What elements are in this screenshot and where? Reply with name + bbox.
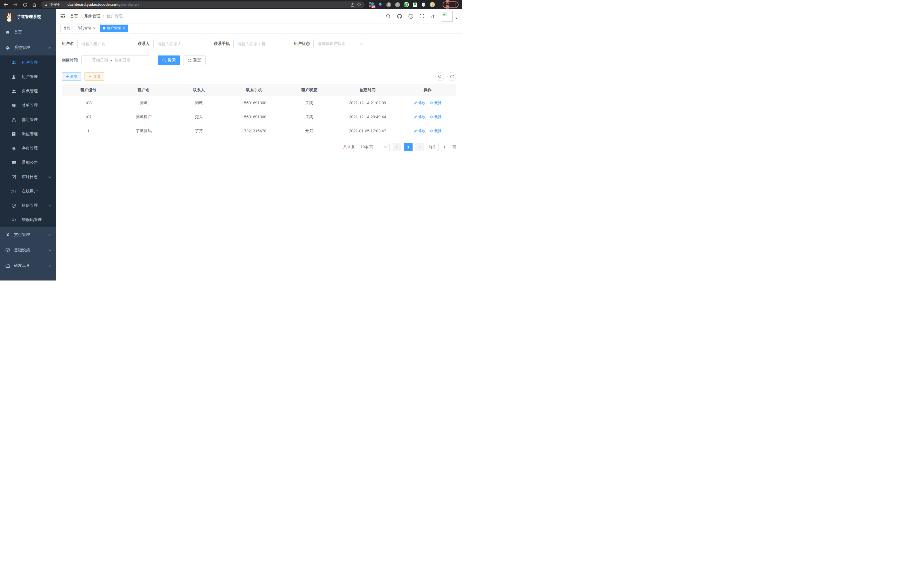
- tenant-name-input[interactable]: [77, 39, 130, 48]
- goto-page-input[interactable]: [438, 143, 450, 151]
- delete-button[interactable]: 删除: [430, 128, 442, 134]
- help-icon[interactable]: ?: [408, 14, 413, 19]
- app-logo-rabbit-icon: [4, 12, 14, 22]
- font-size-icon[interactable]: TT: [430, 14, 435, 18]
- sidebar-collapse-icon[interactable]: [60, 14, 65, 19]
- next-page-button[interactable]: [416, 143, 424, 151]
- extensions-puzzle-icon[interactable]: [421, 2, 426, 7]
- edit-button[interactable]: 修改: [414, 100, 426, 105]
- reset-button[interactable]: 重置: [183, 56, 206, 65]
- sidebar-item[interactable]: 短信管理: [0, 199, 56, 213]
- shield-icon: [11, 204, 16, 208]
- browser-reload-icon[interactable]: [23, 3, 27, 7]
- breadcrumb-home[interactable]: 首页: [70, 14, 78, 19]
- add-button[interactable]: 新增: [62, 72, 81, 81]
- sidebar-item[interactable]: 租户管理: [0, 56, 56, 70]
- sidebar-item[interactable]: 字典管理: [0, 141, 56, 156]
- mobile-input[interactable]: [233, 39, 286, 48]
- sidebar-item[interactable]: 系统管理: [0, 40, 56, 56]
- breadcrumb: 首页 / 系统管理 / 租户管理: [70, 14, 123, 19]
- extension-chat-icon[interactable]: [412, 2, 417, 7]
- tab[interactable]: 部门管理×: [75, 25, 98, 32]
- tool-icon: [5, 264, 10, 268]
- page-suffix: 页: [453, 144, 456, 150]
- edit-button[interactable]: 修改: [414, 128, 426, 134]
- share-icon[interactable]: [351, 3, 355, 7]
- calendar-icon: [86, 58, 89, 62]
- sidebar-item[interactable]: 在线用户: [0, 184, 56, 199]
- sidebar-item[interactable]: ¥支付管理: [0, 227, 56, 242]
- chevron-down-icon: [48, 234, 51, 236]
- browser-back-icon[interactable]: [3, 3, 8, 7]
- prev-page-button[interactable]: [393, 143, 401, 151]
- sidebar-item[interactable]: 基础设施: [0, 242, 56, 258]
- edit-button[interactable]: 修改: [414, 114, 426, 120]
- extension-y-icon[interactable]: Y: [404, 2, 409, 7]
- tab-close-icon[interactable]: ×: [93, 26, 95, 30]
- org-icon: [11, 118, 16, 122]
- sidebar-item[interactable]: 岗位管理: [0, 127, 56, 141]
- avatar-caret-icon: ▼: [455, 17, 458, 20]
- delete-button[interactable]: 删除: [430, 100, 442, 105]
- top-navbar: 首页 / 系统管理 / 租户管理 ? TT ▼: [56, 9, 462, 23]
- profile-avatar-icon[interactable]: [430, 2, 435, 7]
- breadcrumb-current: 租户管理: [106, 14, 123, 19]
- tab-close-icon[interactable]: ×: [123, 26, 125, 30]
- sidebar-item[interactable]: 菜单管理: [0, 98, 56, 113]
- users-icon: [11, 89, 16, 93]
- delete-button[interactable]: 删除: [430, 114, 442, 120]
- chevron-down-icon: [48, 265, 51, 267]
- column-header: 联系人: [172, 84, 225, 96]
- sidebar-item[interactable]: 部门管理: [0, 113, 56, 127]
- bookmark-star-icon[interactable]: [357, 3, 361, 7]
- sidebar-item[interactable]: 通知公告: [0, 156, 56, 170]
- sidebar-item[interactable]: 审计日志: [0, 170, 56, 184]
- sidebar-item[interactable]: 用户管理: [0, 70, 56, 84]
- sidebar: 芋道管理系统 首页系统管理租户管理用户管理角色管理菜单管理部门管理岗位管理字典管…: [0, 9, 56, 281]
- tab[interactable]: 首页: [60, 25, 73, 32]
- dashboard-icon: [5, 30, 10, 35]
- pagination: 共 3 条 10条/页 1 前往 页: [62, 143, 456, 151]
- export-button[interactable]: 导出: [84, 72, 104, 81]
- header-search-icon[interactable]: [386, 14, 391, 19]
- sidebar-menu: 首页系统管理租户管理用户管理角色管理菜单管理部门管理岗位管理字典管理通知公告审计…: [0, 25, 56, 273]
- browser-forward-icon[interactable]: [13, 3, 18, 7]
- gear-icon: [5, 45, 10, 50]
- sidebar-item[interactable]: 首页: [0, 25, 56, 40]
- date-range-picker[interactable]: 开始日期 - 结束日期: [81, 56, 150, 65]
- extension-tampermonkey-icon[interactable]: 10: [369, 2, 374, 7]
- pagination-total: 共 3 条: [344, 144, 355, 150]
- sidebar-item[interactable]: 错误码管理: [0, 213, 56, 227]
- show-search-toggle-button[interactable]: [435, 72, 444, 81]
- log-icon: [11, 175, 16, 179]
- search-button[interactable]: 搜索: [158, 56, 180, 65]
- column-header: 创建时间: [336, 84, 399, 96]
- browser-menu-dots-icon[interactable]: [455, 3, 456, 6]
- extension-command-icon[interactable]: ⌘: [386, 2, 391, 7]
- sidebar-item[interactable]: 角色管理: [0, 84, 56, 98]
- fullscreen-icon[interactable]: [419, 14, 424, 19]
- browser-update-button[interactable]: 更新: [442, 2, 459, 8]
- page-size-select[interactable]: 10条/页: [358, 143, 390, 151]
- table-row: 107测试租户秃头15601691300关闭2021-12-14 20:49:4…: [62, 110, 456, 124]
- browser-home-icon[interactable]: [32, 3, 37, 7]
- app-logo-row[interactable]: 芋道管理系统: [0, 9, 56, 25]
- contact-input[interactable]: [153, 39, 206, 48]
- page-number-button[interactable]: 1: [404, 143, 412, 151]
- active-dot-icon: [103, 27, 105, 29]
- tab[interactable]: 租户管理×: [100, 25, 128, 32]
- extension-recorder-icon[interactable]: [395, 2, 400, 7]
- tenant-table: 租户编号租户名联系人联系手机租户状态创建时间操作 108测试测试15601691…: [62, 84, 456, 138]
- table-row: 108测试测试15601691300关闭2021-12-14 21:02:09修…: [62, 96, 456, 110]
- address-bar[interactable]: ▲ 不安全 dashboard.yudao.iocoder.cn/system/…: [41, 2, 364, 8]
- sidebar-item[interactable]: 研发工具: [0, 258, 56, 273]
- page-content: 租户名 联系人 联系手机 租户状态 请选择租户状态: [56, 33, 462, 281]
- extension-badge: 10: [371, 5, 375, 8]
- status-select[interactable]: 请选择租户状态: [314, 39, 367, 48]
- breadcrumb-system[interactable]: 系统管理: [84, 14, 100, 19]
- refresh-table-button[interactable]: [447, 72, 456, 81]
- github-icon[interactable]: [397, 14, 402, 19]
- extension-kite-icon[interactable]: [378, 2, 382, 7]
- app-title: 芋道管理系统: [17, 14, 41, 20]
- user-avatar-menu[interactable]: ▼: [442, 11, 458, 22]
